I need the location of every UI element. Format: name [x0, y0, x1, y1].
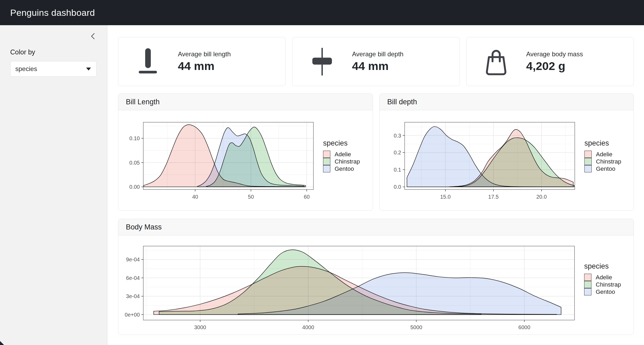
bill-length-plot: 4050600.000.050.10 [122, 118, 316, 203]
card-title: Bill depth [387, 98, 417, 106]
svg-text:17.5: 17.5 [488, 194, 499, 200]
legend-label: Chinstrap [596, 158, 621, 165]
value-box-title: Average bill depth [352, 50, 404, 58]
legend-item-gentoo: Gentoo [323, 165, 360, 172]
card-header: Bill Length [118, 94, 373, 110]
legend-item-chinstrap: Chinstrap [323, 158, 360, 165]
species-select-value: species [15, 65, 37, 73]
legend-item-adelie: Adelie [323, 151, 360, 158]
bill-length-icon [134, 46, 161, 78]
legend-swatch [584, 288, 591, 295]
svg-text:6e-04: 6e-04 [126, 275, 140, 281]
card-bill-length: Bill Length 4050600.000.050.10 speciesAd… [118, 94, 373, 211]
sidebar-collapse-button[interactable] [88, 32, 98, 41]
caret-down-icon [86, 68, 91, 71]
bag-icon [483, 46, 510, 78]
legend-item-adelie: Adelie [584, 151, 621, 158]
value-box-title: Average bill length [178, 50, 231, 58]
legend-item-chinstrap: Chinstrap [584, 158, 621, 165]
legend-swatch [323, 158, 330, 165]
svg-text:0.1: 0.1 [394, 167, 401, 173]
sidebar: Color by species [0, 25, 107, 345]
svg-text:9e-04: 9e-04 [126, 257, 140, 262]
card-bill-depth: Bill depth 15.017.520.00.00.10.20.3 spec… [379, 94, 634, 211]
svg-text:20.0: 20.0 [536, 194, 547, 200]
color-by-label: Color by [10, 48, 35, 56]
svg-text:5000: 5000 [410, 324, 422, 330]
value-box-value: 4,202 g [526, 60, 583, 73]
bill-depth-icon [309, 46, 335, 78]
legend-label: Adelie [596, 274, 612, 281]
species-select[interactable]: species [10, 61, 97, 77]
legend-label: Adelie [335, 151, 351, 158]
value-box-value: 44 mm [178, 60, 231, 73]
legend-item-chinstrap: Chinstrap [584, 281, 621, 288]
chevron-left-icon [89, 32, 97, 41]
legend-swatch [584, 151, 592, 158]
value-box-body-mass: Average body mass 4,202 g [466, 37, 634, 86]
body-mass-plot: 30004000500060000e+003e-046e-049e-04 [122, 242, 577, 333]
bill-length-legend: speciesAdelieChinstrapGentoo [323, 139, 360, 172]
svg-text:3000: 3000 [194, 324, 206, 330]
card-title: Body Mass [126, 223, 162, 231]
page-title: Penguins dashboard [10, 8, 95, 18]
legend-item-gentoo: Gentoo [584, 165, 621, 172]
value-box-value: 44 mm [352, 60, 404, 73]
body-mass-legend: speciesAdelieChinstrapGentoo [584, 262, 621, 295]
value-box-bill-length: Average bill length 44 mm [118, 37, 286, 86]
legend-swatch [584, 165, 592, 172]
bill-depth-legend: speciesAdelieChinstrapGentoo [584, 139, 621, 172]
bill-depth-plot: 15.017.520.00.00.10.20.3 [384, 118, 577, 203]
svg-text:0.05: 0.05 [129, 160, 140, 166]
svg-text:4000: 4000 [302, 324, 314, 330]
svg-text:3e-04: 3e-04 [126, 293, 140, 299]
legend-swatch [584, 281, 591, 288]
legend-swatch [323, 165, 330, 172]
legend-label: Gentoo [335, 165, 354, 172]
svg-text:60: 60 [304, 194, 310, 200]
penguins-dashboard-app: Penguins dashboard Color by species Aver… [0, 0, 644, 345]
svg-text:40: 40 [192, 194, 198, 200]
legend-label: Adelie [596, 151, 612, 158]
card-header: Bill depth [380, 94, 634, 110]
legend-swatch [584, 274, 591, 281]
legend-title: species [584, 262, 621, 270]
card-body-mass: Body Mass 30004000500060000e+003e-046e-0… [118, 219, 634, 335]
legend-title: species [584, 139, 621, 147]
value-box-title: Average body mass [526, 50, 583, 58]
legend-label: Gentoo [596, 165, 615, 172]
svg-text:0.2: 0.2 [394, 150, 401, 155]
legend-item-adelie: Adelie [584, 274, 621, 281]
legend-title: species [323, 139, 360, 147]
svg-text:50: 50 [248, 194, 254, 200]
card-header: Body Mass [118, 219, 634, 235]
corner-notch [0, 341, 4, 345]
svg-text:0.0: 0.0 [394, 184, 401, 190]
value-box-bill-depth: Average bill depth 44 mm [292, 37, 460, 86]
svg-text:0.3: 0.3 [394, 133, 401, 139]
card-title: Bill Length [126, 98, 160, 106]
legend-label: Gentoo [596, 288, 615, 295]
svg-text:6000: 6000 [518, 324, 530, 330]
legend-label: Chinstrap [596, 281, 621, 288]
svg-text:15.0: 15.0 [440, 194, 451, 200]
legend-label: Chinstrap [335, 158, 360, 165]
legend-swatch [584, 158, 592, 165]
svg-text:0.00: 0.00 [129, 184, 140, 190]
app-header: Penguins dashboard [0, 0, 644, 25]
svg-text:0.10: 0.10 [129, 135, 140, 141]
legend-swatch [323, 151, 330, 158]
legend-item-gentoo: Gentoo [584, 288, 621, 295]
svg-text:0e+00: 0e+00 [125, 312, 140, 318]
